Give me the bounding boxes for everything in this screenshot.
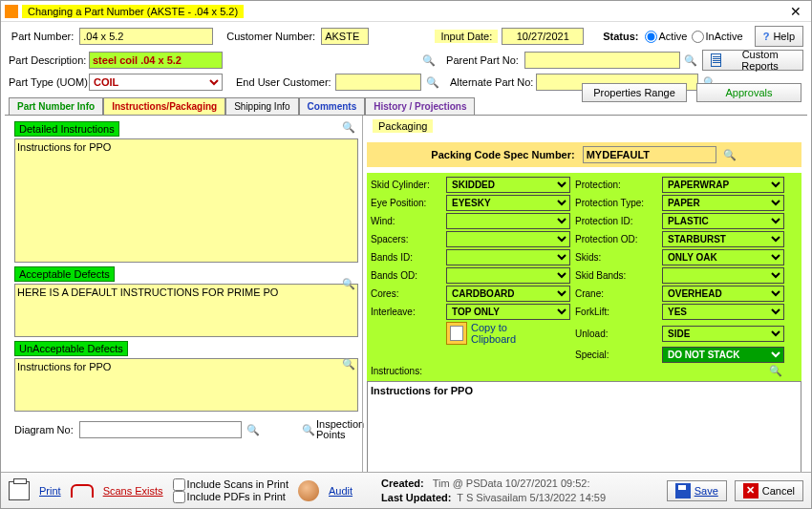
status-active-radio[interactable]: Active [645,31,688,43]
scans-exists-button[interactable]: Scans Exists [103,485,163,497]
protection-od-select[interactable]: STARBURST [662,231,784,247]
save-button[interactable]: Save [667,480,727,501]
crane-select[interactable]: OVERHEAD [662,286,784,302]
header: Part Number: Customer Number: Input Date… [1,22,811,95]
skids-label: Skids: [573,252,659,263]
part-desc-label: Part Description: [9,54,85,66]
skid-bands-select[interactable] [662,267,784,284]
tab-part-number-info[interactable]: Part Number Info [9,97,103,115]
wind-label: Wind: [369,216,443,226]
tab-history-projections[interactable]: History / Projections [365,97,475,115]
lookup-icon[interactable]: 🔍 [246,422,261,437]
diagram-no-input[interactable] [79,421,242,438]
search-icon: 🔍 [302,425,315,435]
skid-cylinder-select[interactable]: SKIDDED [446,177,570,193]
protection-id-select[interactable]: PLASTIC [662,213,784,229]
part-desc-input[interactable] [89,52,223,69]
crane-label: Crane: [573,288,659,299]
packing-code-input[interactable] [583,146,716,163]
packaging-panel: Packaging Packing Code Spec Number: 🔍 Sk… [362,116,807,498]
part-number-input[interactable] [79,28,213,45]
detailed-instructions-text[interactable]: Instructions for PPO [14,138,358,263]
part-type-label: Part Type (UOM): [9,76,85,88]
bands-od-label: Bands OD: [369,270,443,281]
spacers-select[interactable] [446,231,570,247]
skid-bands-label: Skid Bands: [573,270,659,281]
lookup-icon[interactable]: 🔍 [662,365,784,377]
unload-select[interactable]: SIDE [662,326,784,342]
status-inactive-radio[interactable]: InActive [692,31,743,43]
lookup-icon[interactable]: 🔍 [425,74,440,90]
diagram-no-label: Diagram No: [14,424,75,435]
copy-to-clipboard-button[interactable]: Copy to Clipboard [446,322,570,345]
protection-type-label: Protection Type: [573,198,659,208]
protection-type-select[interactable]: PAPER [662,195,784,211]
lookup-icon[interactable]: 🔍 [341,356,356,371]
lookup-icon[interactable]: 🔍 [722,147,737,162]
inspection-points-button[interactable]: 🔍Inspection Points [302,419,358,440]
wind-select[interactable] [446,213,570,229]
skid-cylinder-label: Skid Cylinder: [369,180,443,190]
unacceptable-defects-text[interactable]: Instructions for PPO [14,358,358,412]
bands-od-select[interactable] [446,267,570,284]
tab-comments[interactable]: Comments [299,97,366,115]
skids-select[interactable]: ONLY OAK [662,249,784,265]
eye-position-select[interactable]: EYESKY [446,195,570,211]
main-area: 🔍 Detailed Instructions Instructions for… [5,115,807,498]
packaging-instructions-label: Instructions: [369,366,659,376]
acceptable-defects-text[interactable]: HERE IS A DEFAULT INSTRUCTIONS FOR PRIME… [14,284,358,337]
alt-part-label: Alternate Part No: [450,76,532,88]
protection-od-label: Protection OD: [573,234,659,244]
protection-label: Protection: [573,180,659,190]
include-scans-checkbox[interactable]: Include Scans in Print [173,478,288,491]
instructions-panel: 🔍 Detailed Instructions Instructions for… [5,116,362,498]
audit-icon [298,480,319,501]
interleave-select[interactable]: TOP ONLY [446,304,570,320]
unload-label: Unload: [573,329,659,339]
footer: Print Scans Exists Include Scans in Prin… [1,472,811,508]
cores-label: Cores: [369,288,443,299]
input-date-input[interactable] [502,28,584,45]
special-label: Special: [573,350,659,360]
lookup-icon[interactable]: 🔍 [422,53,437,68]
packaging-heading: Packaging [373,119,433,133]
protection-id-label: Protection ID: [573,216,659,226]
title-bar: Changing a Part Number (AKSTE - .04 x 5.… [1,1,811,22]
part-type-select[interactable]: COIL [89,74,223,91]
interleave-label: Interleave: [369,307,443,317]
spacers-label: Spacers: [369,234,443,244]
input-date-label: Input Date: [435,30,498,43]
close-icon[interactable]: ✕ [784,4,807,19]
packaging-instructions-text[interactable]: Instructions for PPO [367,381,801,477]
parent-part-input[interactable] [524,52,680,69]
status-label: Status: [603,31,640,42]
special-select[interactable]: DO NOT STACK [662,347,784,363]
bands-id-select[interactable] [446,249,570,265]
meta-info: Created: Tim @ PSData 10/27/2021 09:52: … [381,477,606,504]
help-icon: ? [763,31,770,42]
tab-shipping-info[interactable]: Shipping Info [225,97,298,115]
cancel-button[interactable]: ✕Cancel [735,480,803,501]
include-pdfs-checkbox[interactable]: Include PDFs in Print [173,491,288,503]
cores-select[interactable]: CARDBOARD [446,286,570,302]
cancel-icon: ✕ [743,483,759,498]
forklift-label: ForkLift: [573,307,659,317]
packing-code-label: Packing Code Spec Number: [431,149,576,160]
audit-button[interactable]: Audit [329,485,353,497]
lookup-icon[interactable]: 🔍 [341,276,356,291]
end-user-input[interactable] [335,74,421,91]
scanner-icon [71,484,94,498]
window-title: Changing a Part Number (AKSTE - .04 x 5.… [22,5,244,18]
print-button[interactable]: Print [39,485,61,497]
lookup-icon[interactable]: 🔍 [341,119,356,135]
save-icon [675,483,691,498]
customer-number-input[interactable] [321,28,369,45]
help-button[interactable]: ?Help [755,26,803,47]
tab-instructions-packaging[interactable]: Instructions/Packaging [103,97,225,115]
forklift-select[interactable]: YES [662,304,784,320]
protection-select[interactable]: PAPERWRAP [662,177,784,193]
lookup-icon[interactable]: 🔍 [684,53,698,68]
bands-id-label: Bands ID: [369,252,443,263]
part-number-label: Part Number: [9,31,75,42]
custom-reports-button[interactable]: Custom Reports [702,50,803,71]
